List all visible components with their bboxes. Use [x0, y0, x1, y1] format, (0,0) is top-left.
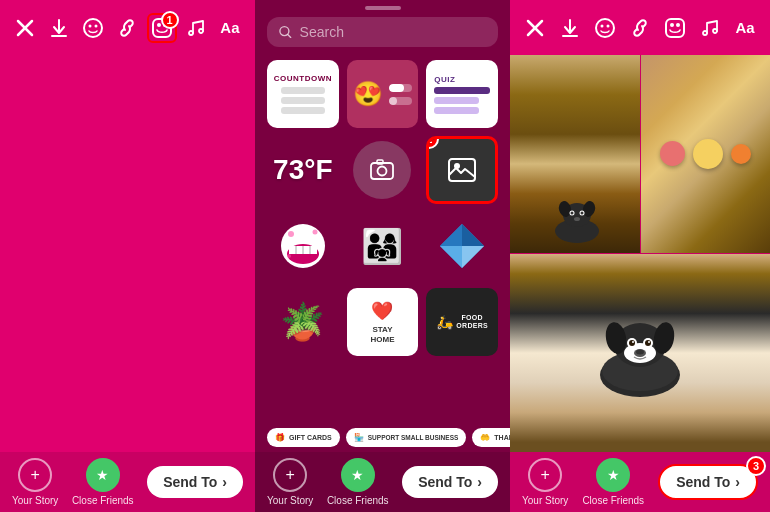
search-icon: [279, 25, 292, 39]
svg-point-3: [84, 19, 102, 37]
sticker-temperature[interactable]: 73°F: [267, 136, 339, 204]
svg-rect-39: [666, 19, 684, 37]
svg-point-43: [713, 29, 717, 33]
right-panel: Aa: [510, 0, 770, 512]
photo-badge: 2: [426, 136, 439, 149]
svg-point-4: [89, 24, 92, 27]
link-icon[interactable]: [112, 13, 142, 43]
sticker-icon[interactable]: 1: [147, 13, 177, 43]
text-icon[interactable]: Aa: [215, 13, 245, 43]
svg-point-14: [378, 167, 387, 176]
close-friends-button[interactable]: ★ Close Friends: [72, 458, 134, 506]
abstract-diamond-icon: [436, 220, 488, 272]
right-download-icon[interactable]: [555, 13, 585, 43]
svg-point-25: [288, 231, 294, 237]
middle-close-friends-label: Close Friends: [327, 495, 389, 506]
middle-your-story-button[interactable]: + Your Story: [267, 458, 313, 506]
right-sticker-icon[interactable]: [660, 13, 690, 43]
sticker-photo[interactable]: 2: [426, 136, 498, 204]
right-your-story-circle: +: [528, 458, 562, 492]
middle-panel: COUNTDOWN 😍 QUIZ: [255, 0, 510, 512]
camera-lens-icon: [369, 157, 395, 183]
right-toolbar: Aa: [510, 0, 770, 55]
svg-rect-15: [377, 160, 383, 164]
drag-handle: [255, 0, 510, 12]
music-icon[interactable]: [181, 13, 211, 43]
emoji-icon[interactable]: [78, 13, 108, 43]
sticker-food-orders[interactable]: 🛵 FOODORDERS: [426, 288, 498, 356]
photo-top-row: [510, 55, 770, 254]
bottom-sticker-row: 🎁 GIFT CARDS 🏪 SUPPORT SMALL BUSINESS 🤲 …: [255, 422, 510, 452]
svg-point-62: [645, 340, 651, 346]
svg-point-10: [199, 29, 203, 33]
search-bar[interactable]: [267, 17, 498, 47]
right-close-friends-button[interactable]: ★ Close Friends: [582, 458, 644, 506]
left-panel: 1 Aa + Your Story ★ Close Friends: [0, 0, 255, 512]
svg-marker-32: [462, 246, 484, 268]
your-story-circle: +: [18, 458, 52, 492]
svg-point-41: [676, 23, 680, 27]
right-send-to-button[interactable]: Send To ›: [658, 464, 758, 500]
sticker-thank-you[interactable]: 🤲 THANK YOU: [472, 428, 510, 447]
sticker-mouth[interactable]: [267, 212, 339, 280]
close-friends-label: Close Friends: [72, 495, 134, 506]
svg-point-40: [670, 23, 674, 27]
middle-your-story-label: Your Story: [267, 495, 313, 506]
left-send-to-button[interactable]: Send To ›: [147, 466, 243, 498]
right-close-icon[interactable]: [520, 13, 550, 43]
svg-marker-31: [440, 224, 462, 246]
download-icon[interactable]: [44, 13, 74, 43]
right-link-icon[interactable]: [625, 13, 655, 43]
svg-point-9: [189, 31, 193, 35]
close-icon[interactable]: [10, 13, 40, 43]
middle-send-to-button[interactable]: Send To ›: [402, 466, 498, 498]
svg-point-52: [574, 217, 580, 221]
svg-marker-29: [462, 224, 484, 246]
svg-point-5: [95, 24, 98, 27]
search-input[interactable]: [300, 24, 486, 40]
svg-point-42: [703, 31, 707, 35]
svg-point-37: [601, 24, 604, 27]
sticker-grid: COUNTDOWN 😍 QUIZ: [255, 55, 510, 422]
svg-rect-13: [371, 163, 393, 179]
svg-point-7: [157, 23, 161, 27]
svg-marker-30: [440, 246, 462, 268]
sticker-poll[interactable]: 😍: [347, 60, 419, 128]
sticker-camera[interactable]: [347, 136, 419, 204]
right-close-friends-circle: ★: [596, 458, 630, 492]
left-toolbar: 1 Aa: [0, 0, 255, 55]
sticker-gift-cards[interactable]: 🎁 GIFT CARDS: [267, 428, 340, 447]
sticker-countdown[interactable]: COUNTDOWN: [267, 60, 339, 128]
right-your-story-button[interactable]: + Your Story: [522, 458, 568, 506]
middle-close-friends-button[interactable]: ★ Close Friends: [327, 458, 389, 506]
right-emoji-icon[interactable]: [590, 13, 620, 43]
middle-bottom-bar: + Your Story ★ Close Friends Send To ›: [255, 452, 510, 512]
svg-line-12: [288, 35, 291, 38]
sticker-badge: 1: [161, 11, 179, 29]
your-story-button[interactable]: + Your Story: [12, 458, 58, 506]
svg-point-63: [632, 341, 634, 343]
photo-area: [510, 55, 770, 452]
svg-point-61: [629, 340, 635, 346]
sticker-small-business[interactable]: 🏪 SUPPORT SMALL BUSINESS: [346, 428, 467, 447]
right-send-to-wrapper: Send To › 3: [658, 464, 758, 500]
your-story-label: Your Story: [12, 495, 58, 506]
sticker-abstract[interactable]: [426, 212, 498, 280]
left-bottom-bar: + Your Story ★ Close Friends Send To ›: [0, 452, 255, 512]
sticker-plant[interactable]: 🪴: [267, 288, 339, 356]
svg-point-50: [570, 211, 573, 214]
sticker-quiz[interactable]: QUIZ: [426, 60, 498, 128]
svg-point-38: [607, 24, 610, 27]
photo-icon: [447, 155, 477, 185]
photo-dog2: [641, 55, 771, 253]
middle-your-story-circle: +: [273, 458, 307, 492]
right-music-icon[interactable]: [695, 13, 725, 43]
right-text-icon[interactable]: Aa: [730, 13, 760, 43]
photo-dog1: [510, 55, 641, 253]
right-bottom-bar: + Your Story ★ Close Friends Send To › 3: [510, 452, 770, 512]
right-close-friends-label: Close Friends: [582, 495, 644, 506]
svg-point-66: [636, 349, 644, 354]
sticker-stay-home[interactable]: ❤️ STAYHOME: [347, 288, 419, 356]
svg-point-26: [312, 230, 317, 235]
sticker-people[interactable]: 👨‍👩‍👧: [347, 212, 419, 280]
